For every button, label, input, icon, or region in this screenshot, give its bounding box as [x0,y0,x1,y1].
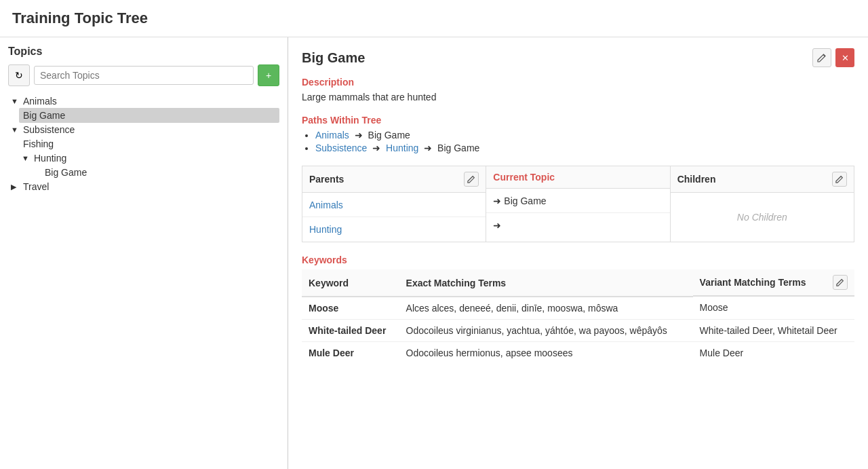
tree-leaf-big-game-animals[interactable]: Big Game [19,108,279,123]
keywords-table: Keyword Exact Matching Terms Variant Mat… [302,269,854,364]
toggle-subsistence: ▼ [11,126,20,134]
children-header: Children [671,166,854,193]
content-title: Big Game [302,50,365,66]
delete-icon: ✕ [842,53,849,63]
edit-parents-button[interactable] [464,172,479,187]
pcc-section: Parents Animals Hunting Current Topic [302,166,854,242]
tree-item-travel[interactable]: ▶ Travel [8,180,279,193]
keyword-col-header: Keyword [302,269,399,297]
edit-children-icon [835,175,844,183]
variant-cell: White-tailed Deer, Whitetail Deer [693,320,854,342]
topic-tree: ▼ Animals Big Game ▼ Subsistence Fishing [8,94,279,193]
tree-label-subsistence: Subsistence [23,124,75,135]
current-topic-name: Big Game [504,195,546,206]
tree-item-animals[interactable]: ▼ Animals [8,94,279,108]
edit-keywords-button[interactable] [833,275,848,290]
path-link-subsistence[interactable]: Subsistence [315,143,367,153]
variant-col-header: Variant Matching Terms [693,269,854,297]
toggle-hunting: ▼ [22,154,31,162]
exact-cell: Alces alces, deneeé, denii, dinīe, moosw… [399,297,693,320]
list-item: Animals ➜ Big Game [315,130,854,140]
page-title: Training Topic Tree [0,0,868,37]
current-topic-col: Current Topic ➜ Big Game ➜ [486,166,670,242]
edit-children-button[interactable] [832,172,847,187]
content-header: Big Game ✕ [302,48,854,67]
parents-label: Parents [309,174,344,185]
parent-cell-hunting[interactable]: Hunting [302,217,486,242]
exact-cell: Odocoileus hermionus, apsee moosees [399,342,693,364]
path-link-hunting[interactable]: Hunting [386,143,418,153]
current-topic-arrow: ➜ [493,195,501,206]
tree-label-hunting: Hunting [34,153,66,164]
edit-icon [817,53,827,62]
variant-col-label: Variant Matching Terms [700,277,806,288]
description-text: Large mammals that are hunted [302,92,854,102]
no-children-cell: No Children [671,193,854,242]
tree-item-subsistence[interactable]: ▼ Subsistence [8,123,279,136]
table-row: White-tailed Deer Odocoileus virginianus… [302,320,854,342]
exact-col-header: Exact Matching Terms [399,269,693,297]
content-area: Big Game ✕ Description Large mam [288,37,868,469]
arrow-icon-1: ➜ [355,130,363,140]
right-arrow-icon: ➜ [493,220,501,231]
sidebar-title: Topics [8,45,279,58]
edit-keywords-icon [836,278,844,286]
sidebar-toolbar: ↻ + [8,64,279,86]
path-link-animals[interactable]: Animals [315,130,349,140]
variant-cell: Mule Deer [693,342,854,364]
parents-header: Parents [302,166,486,193]
arrow-icon-2: ➜ [372,143,380,153]
paths-section: Paths Within Tree Animals ➜ Big Game Sub… [302,115,854,153]
sidebar: Topics ↻ + ▼ Animals Big Game [0,37,288,469]
list-item: Subsistence ➜ Hunting ➜ Big Game [315,143,854,153]
variant-cell: Moose [693,297,854,320]
search-input[interactable] [34,66,254,85]
tree-label-travel: Travel [23,181,49,192]
current-topic-label: Current Topic [493,172,555,183]
add-topic-button[interactable]: + [258,64,279,86]
delete-topic-button[interactable]: ✕ [835,48,854,67]
tree-leaf-fishing[interactable]: Fishing [19,136,279,151]
header-actions: ✕ [812,48,854,67]
table-row: Moose Alces alces, deneeé, denii, dinīe,… [302,297,854,320]
tree-leaf-big-game-hunting[interactable]: Big Game [41,165,279,180]
toggle-travel: ▶ [11,183,20,191]
current-topic-cell: ➜ Big Game [486,189,669,213]
keywords-label: Keywords [302,255,854,265]
parents-col: Parents Animals Hunting [302,166,486,242]
toggle-animals: ▼ [11,97,20,105]
edit-parents-icon [467,175,475,183]
edit-topic-button[interactable] [812,48,831,67]
tree-item-hunting[interactable]: ▼ Hunting [19,151,279,165]
keyword-cell: Mule Deer [302,342,399,364]
children-col: Children No Children [671,166,854,242]
paths-list: Animals ➜ Big Game Subsistence ➜ Hunting… [302,130,854,153]
tree-label-animals: Animals [23,96,57,107]
description-label: Description [302,77,854,88]
tree-children-hunting: Big Game [30,165,279,180]
current-topic-header: Current Topic [486,166,669,189]
parent-cell-animals[interactable]: Animals [302,193,486,217]
current-topic-arrow-row: ➜ [486,213,669,238]
description-section: Description Large mammals that are hunte… [302,77,854,102]
refresh-button[interactable]: ↻ [8,64,30,86]
exact-cell: Odocoileus virginianus, yachtua, yáhtóe,… [399,320,693,342]
keyword-cell: Moose [302,297,399,320]
tree-children-animals: Big Game [19,108,279,123]
paths-label: Paths Within Tree [302,115,854,126]
table-row: Mule Deer Odocoileus hermionus, apsee mo… [302,342,854,364]
tree-children-subsistence: Fishing ▼ Hunting Big Game [19,136,279,180]
arrow-icon-3: ➜ [424,143,432,153]
keywords-section: Keywords Keyword Exact Matching Terms Va… [302,255,854,364]
children-label: Children [677,174,716,185]
keyword-cell: White-tailed Deer [302,320,399,342]
